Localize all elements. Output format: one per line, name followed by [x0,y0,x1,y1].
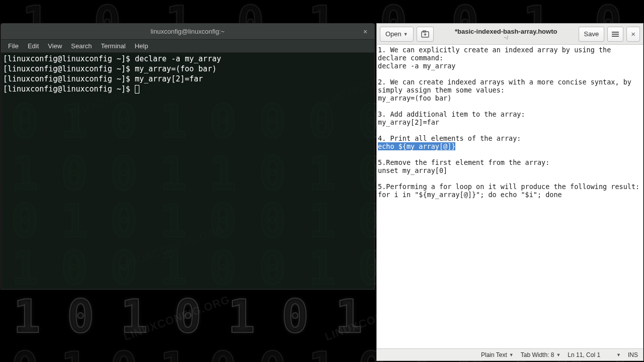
save-button[interactable]: Save [579,27,605,42]
save-label: Save [584,30,599,38]
status-position[interactable]: Ln 11, Col 1 [568,351,600,358]
terminal-scrollbar[interactable] [365,54,370,284]
menu-view[interactable]: View [44,41,66,51]
editor-selection: echo ${my_array[@]} [378,142,455,150]
chevron-down-icon: ▼ [509,352,514,357]
menu-search[interactable]: Search [67,41,96,51]
status-insert-mode[interactable]: INS [628,351,638,358]
editor-text: 1. We can explicitly create an indexed a… [378,46,635,142]
terminal-window: linuxconfig@linuxconfig:~ × FileEditView… [1,23,375,290]
hamburger-menu-button[interactable] [607,27,623,42]
new-tab-button[interactable] [417,27,434,42]
chevron-down-icon[interactable]: ▼ [616,352,621,357]
editor-text: 5.Remove the first element from the arra… [378,158,639,199]
status-syntax[interactable]: Plain Text ▼ [481,351,514,358]
editor-toolbar: Open ▼ *basic-indexed-bash-array.howto ~… [377,24,643,45]
terminal-titlebar[interactable]: linuxconfig@linuxconfig:~ × [1,24,374,40]
terminal-line: [linuxconfig@linuxconfig ~]$ my_array=(f… [3,64,372,74]
editor-statusbar: Plain Text ▼ Tab Width: 8 ▼ Ln 11, Col 1… [377,348,643,360]
menu-file[interactable]: File [4,41,23,51]
chevron-down-icon: ▼ [556,352,560,357]
new-tab-icon [421,30,429,38]
menu-help[interactable]: Help [131,41,152,51]
menu-edit[interactable]: Edit [24,41,43,51]
editor-title: *basic-indexed-bash-array.howto [437,28,576,35]
status-tabwidth[interactable]: Tab Width: 8 ▼ [521,351,561,358]
editor-window: Open ▼ *basic-indexed-bash-array.howto ~… [376,23,643,361]
terminal-line: [linuxconfig@linuxconfig ~]$ my_array[2]… [3,74,372,84]
menu-terminal[interactable]: Terminal [97,41,130,51]
open-label: Open [385,30,401,38]
terminal-menubar: FileEditViewSearchTerminalHelp [1,40,374,53]
close-window-button[interactable]: × [626,27,640,42]
terminal-body[interactable]: [linuxconfig@linuxconfig ~]$ declare -a … [1,53,374,289]
close-icon[interactable]: × [361,28,369,36]
terminal-line: [linuxconfig@linuxconfig ~]$ declare -a … [3,54,372,64]
terminal-cursor [135,85,139,94]
open-button[interactable]: Open ▼ [380,27,414,42]
close-icon: × [631,30,635,38]
editor-subtitle: ~/ [437,35,576,41]
editor-title-block: *basic-indexed-bash-array.howto ~/ [437,28,576,41]
terminal-line: [linuxconfig@linuxconfig ~]$ [3,84,372,94]
chevron-down-icon: ▼ [404,32,408,37]
terminal-title: linuxconfig@linuxconfig:~ [150,28,224,35]
hamburger-icon [612,32,619,37]
editor-body[interactable]: 1. We can explicitly create an indexed a… [377,45,643,348]
